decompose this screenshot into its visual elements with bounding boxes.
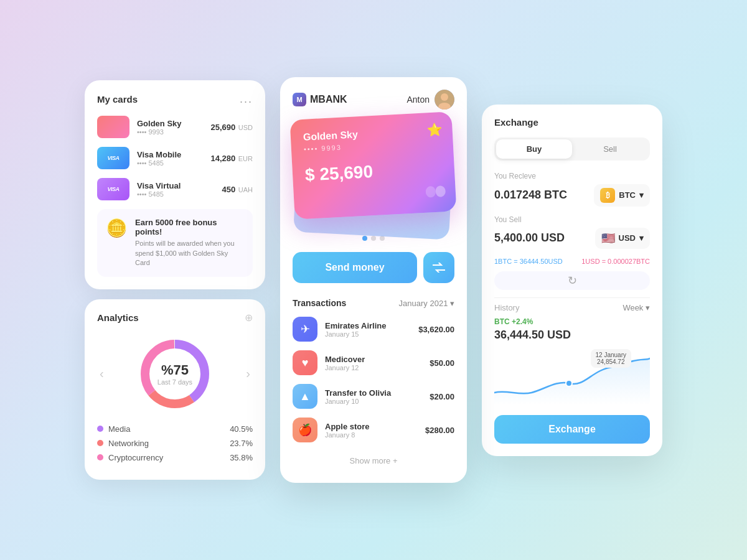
chart-next-button[interactable]: › (243, 364, 253, 383)
sell-value: 5,400.00 USD (494, 231, 565, 245)
card-dot-2[interactable] (371, 236, 376, 241)
show-more-button[interactable]: Show more + (293, 451, 454, 470)
trans-info-apple: Apple store January 8 (325, 422, 418, 439)
legend-media: Media 40.5% (97, 424, 253, 434)
trans-info-health: Medicover January 12 (325, 355, 422, 371)
btc-price-value: 36,444.50 USD (494, 329, 650, 342)
btc-currency-badge[interactable]: ₿ BTC ▾ (594, 184, 650, 207)
analytics-section: Analytics ⊕ ‹ %75 Last 7 days (85, 299, 265, 480)
mbank-logo-text: MBANK (310, 94, 347, 105)
trans-info-transfer: Transfer to Olivia January 10 (325, 388, 422, 405)
card-dot-3[interactable] (380, 236, 385, 241)
card-item-golden[interactable]: Golden Sky •••• 9993 25,690 USD (97, 116, 253, 138)
mbank-logo: M MBANK (293, 93, 347, 106)
mbank-logo-icon: M (293, 93, 306, 106)
card-number-visa-mobile: •••• 5485 (137, 159, 204, 167)
card-name-visa-virtual: Visa Virtual (137, 181, 215, 190)
exchange-title: Exchange (494, 117, 538, 128)
cards-header: My cards ... (97, 93, 253, 106)
trans-info-airline: Emirates Airline January 15 (325, 321, 411, 338)
legend-dot-networking (97, 440, 103, 446)
svg-point-7 (566, 380, 572, 386)
refresh-icon[interactable]: ↻ (568, 274, 577, 287)
history-section: History Week ▾ BTC +2.4% 36,444.50 USD 1… (494, 303, 650, 405)
airline-icon: ✈ (293, 317, 317, 342)
usd-currency-badge[interactable]: 🇺🇸 USD ▾ (595, 228, 650, 249)
usd-rate: 1USD = 0.000027BTC (581, 258, 650, 265)
analytics-legend: Media 40.5% Networking 23.7% Cryptocurre… (97, 424, 253, 462)
user-info[interactable]: Anton (406, 90, 454, 110)
rate-row: 1BTC = 36444.50USD 1USD = 0.000027BTC (494, 258, 650, 265)
transactions-list: ✈ Emirates Airline January 15 $3,620.00 … (293, 317, 454, 442)
bonus-icon: 🪙 (106, 218, 128, 238)
more-dots-button[interactable]: ... (240, 93, 253, 106)
send-money-button[interactable]: Send money (293, 252, 417, 283)
card-info-golden: Golden Sky •••• 9993 (137, 119, 204, 136)
big-card-logo-icon (425, 184, 446, 203)
trans-item-airline[interactable]: ✈ Emirates Airline January 15 $3,620.00 (293, 317, 454, 342)
chart-prev-button[interactable]: ‹ (97, 364, 106, 383)
sell-button[interactable]: Sell (572, 139, 648, 159)
buy-sell-toggle: Buy Sell (494, 138, 650, 161)
card-name-visa-mobile: Visa Mobile (137, 150, 204, 159)
history-period-selector[interactable]: Week ▾ (622, 303, 650, 312)
sell-row: 5,400.00 USD 🇺🇸 USD ▾ (494, 228, 650, 249)
bonus-content: Earn 5000 free bonus points! Points will… (135, 218, 244, 268)
legend-pct-crypto: 35.8% (230, 453, 253, 462)
receive-value: 0.017248 BTC (494, 189, 567, 202)
card-number-visa-virtual: •••• 5485 (137, 190, 215, 198)
receive-row: 0.017248 BTC ₿ BTC ▾ (494, 184, 650, 207)
trans-item-apple[interactable]: 🍎 Apple store January 8 $280.00 (293, 418, 454, 442)
apple-icon: 🍎 (293, 418, 317, 442)
exchange-button[interactable]: Exchange (494, 415, 650, 444)
card-balance-visa-virtual: 450 UAH (222, 184, 253, 195)
avatar-svg (435, 90, 454, 110)
trans-item-health[interactable]: ♥ Medicover January 12 $50.00 (293, 350, 454, 375)
donut-chart: %75 Last 7 days (134, 334, 215, 414)
btc-icon: ₿ (600, 188, 615, 203)
buy-button[interactable]: Buy (496, 139, 572, 159)
transactions-title: Transactions (293, 298, 346, 308)
analytics-add-icon[interactable]: ⊕ (245, 312, 253, 324)
card-thumb-visa-virtual: VISA (97, 178, 129, 200)
card-balance-visa-mobile: 14,280 EUR (211, 152, 253, 164)
health-icon: ♥ (293, 350, 317, 375)
big-card-amount: $ 25,690 (304, 158, 442, 185)
trans-item-transfer[interactable]: ▲ Transfer to Olivia January 10 $20.00 (293, 384, 454, 409)
card-thumb-golden (97, 116, 129, 138)
legend-crypto: Cryptocurrency 35.8% (97, 453, 253, 462)
trans-amount-apple: $280.00 (425, 426, 454, 435)
card-dot-1[interactable] (362, 236, 367, 241)
center-panel: M MBANK Anton ⭐ Golden Sky •••• 9993 $ 2… (280, 77, 467, 483)
receive-label: You Recleve (494, 172, 650, 180)
cards-title: My cards (97, 94, 138, 105)
donut-label: Last 7 days (157, 378, 192, 386)
bonus-box: 🪙 Earn 5000 free bonus points! Points wi… (97, 209, 253, 276)
action-row: Send money (293, 252, 454, 283)
swap-button[interactable] (423, 252, 454, 283)
analytics-chart-area: ‹ %75 Last 7 days › (97, 334, 253, 414)
right-panel: Exchange Buy Sell You Recleve 0.017248 B… (482, 105, 662, 456)
transfer-icon: ▲ (293, 384, 317, 409)
donut-percentage: %75 (157, 362, 192, 378)
legend-pct-networking: 23.7% (230, 439, 253, 448)
big-card[interactable]: ⭐ Golden Sky •••• 9993 $ 25,690 (289, 111, 456, 219)
history-header: History Week ▾ (494, 303, 650, 312)
mbank-header: M MBANK Anton (293, 90, 454, 110)
trans-amount-health: $50.00 (430, 358, 454, 368)
btc-change-badge: BTC +2.4% (494, 317, 650, 326)
cards-section: My cards ... Golden Sky •••• 9993 25,690… (85, 80, 265, 289)
usd-chevron-icon: ▾ (639, 233, 644, 243)
card-brand-icon (425, 184, 446, 199)
legend-dot-crypto (97, 454, 103, 460)
receive-field: You Recleve 0.017248 BTC ₿ BTC ▾ (494, 172, 650, 207)
donut-center: %75 Last 7 days (157, 362, 192, 386)
trans-amount-airline: $3,620.00 (418, 325, 454, 334)
card-area-wrapper: ⭐ Golden Sky •••• 9993 $ 25,690 (293, 122, 454, 231)
trans-amount-transfer: $20.00 (430, 392, 454, 401)
sell-field: You Sell 5,400.00 USD 🇺🇸 USD ▾ (494, 215, 650, 249)
btc-chevron-icon: ▾ (639, 190, 644, 200)
transactions-month[interactable]: January 2021 ▾ (399, 299, 454, 308)
card-item-visa-virtual[interactable]: VISA Visa Virtual •••• 5485 450 UAH (97, 178, 253, 200)
card-item-visa-mobile[interactable]: VISA Visa Mobile •••• 5485 14,280 EUR (97, 147, 253, 169)
